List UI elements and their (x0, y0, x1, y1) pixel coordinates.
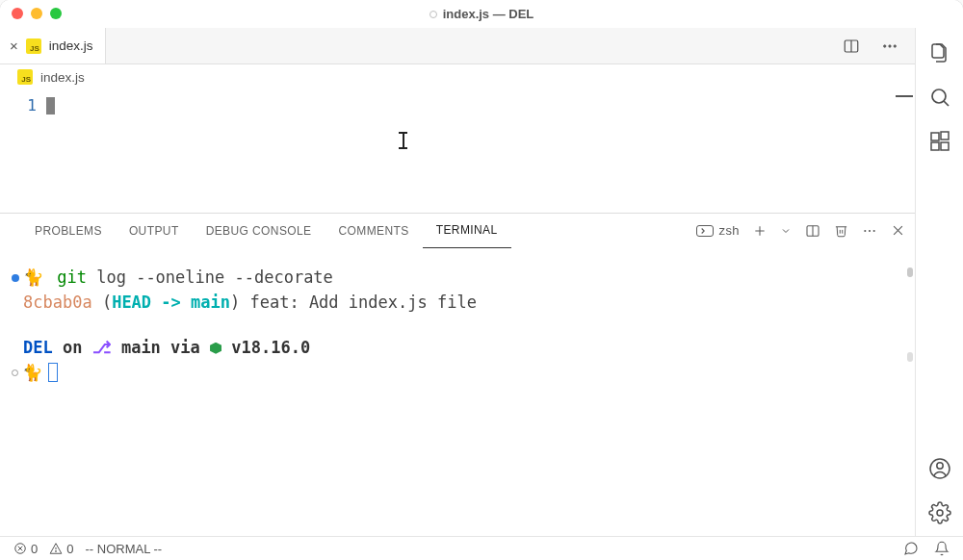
branch-icon: ⎇ (92, 336, 112, 361)
javascript-file-icon (26, 38, 41, 54)
breadcrumb[interactable]: index.js (0, 64, 915, 90)
terminal-line: 8cbab0a ( HEAD -> main ) feat: Add index… (12, 291, 894, 316)
line-number-1: 1 (0, 96, 37, 115)
title-bar: index.js — DEL (0, 0, 963, 28)
close-tab-icon[interactable]: × (10, 38, 18, 53)
svg-point-2 (884, 44, 886, 46)
terminal-scrollbar[interactable] (907, 352, 913, 362)
close-panel-icon[interactable] (891, 223, 905, 238)
prompt-status-icon (12, 274, 19, 282)
new-terminal-icon[interactable] (753, 224, 767, 238)
text-cursor-pointer-icon (399, 133, 408, 148)
svg-point-29 (56, 550, 57, 551)
svg-point-11 (864, 229, 866, 231)
editor-area[interactable]: 1 (0, 90, 915, 214)
panel-tab-bar: PROBLEMS OUTPUT DEBUG CONSOLE COMMENTS T… (0, 214, 915, 248)
split-editor-icon[interactable] (840, 35, 863, 58)
terminal-dropdown-icon[interactable] (780, 225, 792, 237)
terminal-blank-line (12, 315, 894, 336)
files-icon[interactable] (928, 41, 951, 64)
panel-tab-comments[interactable]: COMMENTS (325, 214, 423, 248)
editor-cursor (46, 97, 55, 115)
window-minimize-button[interactable] (31, 8, 42, 19)
terminal-line: 🐈 git log --oneline --decorate (12, 266, 894, 291)
search-icon[interactable] (928, 86, 951, 109)
svg-point-12 (869, 229, 871, 231)
activity-bar (915, 28, 963, 536)
terminal-cursor (48, 363, 58, 382)
svg-point-4 (894, 44, 896, 46)
status-errors[interactable]: 0 (13, 542, 38, 556)
terminal-line: DEL on ⎇ main via v18.16.0 (12, 336, 894, 361)
editor-tab-bar: × index.js (0, 28, 915, 64)
panel-tab-problems[interactable]: PROBLEMS (21, 214, 116, 248)
notifications-icon[interactable] (934, 541, 950, 556)
svg-rect-21 (941, 132, 949, 140)
svg-point-3 (889, 44, 891, 46)
panel-tab-output[interactable]: OUTPUT (116, 214, 193, 248)
window-title: index.js — DEL (443, 7, 534, 21)
status-warnings[interactable]: 0 (49, 542, 73, 556)
prompt-status-icon (12, 369, 18, 376)
terminal[interactable]: 🐈 git log --oneline --decorate 8cbab0a (… (0, 248, 915, 536)
nodejs-icon (210, 343, 221, 354)
account-icon[interactable] (928, 457, 951, 480)
svg-point-24 (937, 510, 943, 516)
editor-gutter: 1 (0, 90, 46, 213)
svg-point-16 (932, 89, 946, 103)
tab-filename: index.js (49, 38, 93, 53)
editor-tab-indexjs[interactable]: × index.js (0, 28, 106, 64)
modified-indicator-icon (429, 11, 437, 18)
panel-tab-debug-console[interactable]: DEBUG CONSOLE (193, 214, 325, 248)
terminal-line: 🐈 (12, 361, 894, 386)
gear-icon[interactable] (928, 501, 951, 524)
panel-more-icon[interactable] (862, 223, 877, 239)
svg-point-13 (873, 229, 875, 231)
more-actions-icon[interactable] (878, 35, 901, 58)
svg-rect-18 (931, 133, 939, 140)
prompt-emoji-icon: 🐈 (22, 361, 42, 386)
svg-line-17 (944, 101, 949, 106)
kill-terminal-icon[interactable] (834, 223, 848, 238)
vim-mode-indicator: -- NORMAL -- (85, 542, 162, 556)
editor-code-area[interactable] (46, 90, 915, 213)
svg-rect-19 (931, 142, 939, 150)
extensions-icon[interactable] (928, 130, 951, 153)
prompt-emoji-icon: 🐈 (23, 266, 43, 291)
window-close-button[interactable] (12, 8, 23, 19)
svg-rect-20 (941, 142, 949, 150)
window-zoom-button[interactable] (50, 8, 62, 19)
terminal-profile-icon (696, 225, 714, 237)
feedback-icon[interactable] (903, 541, 919, 556)
minimap[interactable] (896, 94, 913, 97)
status-bar: 0 0 -- NORMAL -- (0, 536, 963, 560)
javascript-file-icon (17, 69, 33, 85)
split-terminal-icon[interactable] (805, 223, 820, 239)
svg-point-23 (936, 463, 942, 469)
panel-tab-terminal[interactable]: TERMINAL (423, 214, 511, 248)
terminal-scrollbar[interactable] (907, 267, 913, 277)
terminal-shell-indicator[interactable]: zsh (696, 223, 740, 238)
breadcrumb-filename: index.js (40, 70, 85, 85)
